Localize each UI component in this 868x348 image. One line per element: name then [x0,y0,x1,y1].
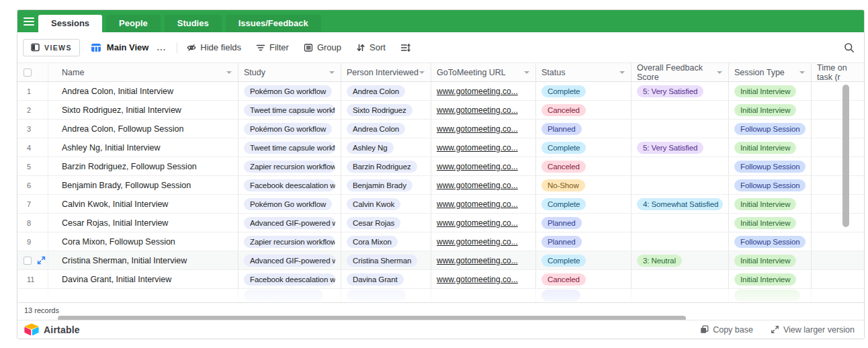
column-header-session-type[interactable]: Session Type [729,63,812,81]
person-interviewed-cell[interactable]: Andrea Colon [341,82,431,100]
gotomeeting-link[interactable]: www.gotomeeting.co... [437,200,518,209]
time-on-task-cell[interactable] [812,251,864,269]
study-cell[interactable]: Tweet time capsule workflow [238,138,341,157]
overall-feedback-score-cell[interactable] [632,101,729,119]
row-gutter-cell[interactable]: 7 [17,195,48,213]
study-cell[interactable]: Zapier recursion workflow [238,157,341,175]
name-cell[interactable]: Davina Grant, Initial Interview [48,270,238,288]
overall-feedback-score-cell[interactable] [632,120,729,138]
gotomeeting-link[interactable]: www.gotomeeting.co... [437,124,518,134]
row-height-button[interactable] [400,43,410,52]
view-more-button[interactable]: ... [157,42,166,52]
overall-feedback-score-cell[interactable] [632,289,729,302]
tab-sessions[interactable]: Sessions [38,15,102,32]
chevron-down-icon[interactable] [799,71,805,74]
status-cell[interactable]: Canceled [536,270,632,288]
time-on-task-cell[interactable] [812,101,864,119]
column-header-overall-feedback-score[interactable]: Overall Feedback Score [632,63,729,81]
person-interviewed-cell[interactable]: Andrea Colon [341,120,431,138]
status-cell[interactable]: Planned [536,232,632,251]
person-interviewed-cell[interactable]: Sixto Rodriguez [341,101,431,119]
time-on-task-cell[interactable] [812,195,864,213]
column-header-gotomeeting-url[interactable]: GoToMeeting URL [431,63,536,81]
name-cell[interactable]: Cora Mixon, Followup Session [48,232,238,251]
status-cell[interactable]: Complete [536,195,632,213]
status-cell[interactable]: Canceled [536,101,632,119]
gotomeeting-url-cell[interactable]: www.gotomeeting.co... [431,270,536,288]
session-type-cell[interactable]: Initial Interview [729,214,812,232]
row-gutter-cell[interactable]: 3 [17,120,48,138]
time-on-task-cell[interactable] [812,214,864,232]
chevron-down-icon[interactable] [329,71,335,74]
session-type-cell[interactable]: Followup Session [729,232,812,251]
status-cell[interactable]: Canceled [536,157,632,175]
person-interviewed-cell[interactable]: Cristina Sherman [341,251,431,269]
view-larger-button[interactable]: View larger version [771,325,855,335]
column-header-person-interviewed[interactable]: Person Interviewed [341,63,431,81]
view-switcher[interactable]: Main View ... [91,42,166,53]
status-cell[interactable]: Planned [536,214,632,232]
study-cell[interactable]: Facebook deescalation workflow [238,176,341,194]
copy-base-button[interactable]: Copy base [700,325,753,335]
row-gutter-cell[interactable]: 2 [17,101,48,119]
chevron-down-icon[interactable] [524,71,529,74]
person-interviewed-cell[interactable]: Ashley Ng [341,138,431,157]
status-cell[interactable]: Planned [536,120,632,138]
gotomeeting-link[interactable]: www.gotomeeting.co... [437,162,518,171]
column-header-status[interactable]: Status [536,63,632,81]
time-on-task-cell[interactable] [812,120,864,138]
session-type-cell[interactable]: Followup Session [729,157,812,175]
overall-feedback-score-cell[interactable]: 3: Neutral [632,251,729,269]
person-interviewed-cell[interactable]: Davina Grant [341,270,431,288]
name-cell[interactable]: Calvin Kwok, Initial Interview [48,195,238,213]
gotomeeting-link[interactable]: www.gotomeeting.co... [437,256,518,265]
row-gutter-cell[interactable] [17,289,48,302]
row-checkbox[interactable] [24,257,32,265]
views-button[interactable]: VIEWS [23,39,80,56]
name-cell[interactable]: Sixto Rodriguez, Initial Interview [48,101,238,119]
study-cell[interactable]: Advanced GIF-powered workflows [238,251,341,269]
status-cell[interactable]: No-Show [536,176,632,194]
tab-people[interactable]: People [106,15,161,32]
row-gutter-cell[interactable]: 5 [17,157,48,175]
study-cell[interactable]: Pokémon Go workflow [238,120,341,138]
gotomeeting-link[interactable]: www.gotomeeting.co... [437,87,518,96]
select-all-checkbox[interactable] [24,69,32,77]
study-cell[interactable]: Pokémon Go workflow [238,195,341,213]
gotomeeting-url-cell[interactable]: www.gotomeeting.co... [431,195,536,213]
gotomeeting-url-cell[interactable]: www.gotomeeting.co... [431,214,536,232]
column-header-time-on-task[interactable]: Time on task (r [812,63,864,81]
person-interviewed-cell[interactable]: Benjamin Brady [341,176,431,194]
gotomeeting-link[interactable]: www.gotomeeting.co... [437,181,518,190]
row-gutter-cell[interactable]: 4 [17,138,48,157]
overall-feedback-score-cell[interactable] [632,270,729,288]
session-type-cell[interactable]: Initial Interview [729,82,812,100]
study-cell[interactable]: Facebook deescalation workflow [238,270,341,288]
chevron-down-icon[interactable] [619,71,625,74]
time-on-task-cell[interactable] [812,82,864,100]
gotomeeting-url-cell[interactable]: www.gotomeeting.co... [431,251,536,269]
name-cell[interactable]: Ashley Ng, Initial Interview [48,138,238,157]
overall-feedback-score-cell[interactable] [632,214,729,232]
name-cell[interactable]: Barzin Rodriguez, Followup Session [48,157,238,175]
group-button[interactable]: Group [304,42,341,52]
person-interviewed-cell[interactable]: Calvin Kwok [341,195,431,213]
gotomeeting-url-cell[interactable]: www.gotomeeting.co... [431,138,536,157]
time-on-task-cell[interactable] [812,138,864,157]
airtable-brand-link[interactable]: Airtable [24,323,80,336]
person-interviewed-cell[interactable] [341,289,431,302]
row-gutter-cell[interactable]: 1 [17,82,48,100]
session-type-cell[interactable]: Initial Interview [729,195,812,213]
gotomeeting-url-cell[interactable]: www.gotomeeting.co... [431,157,536,175]
search-icon[interactable] [844,42,855,53]
study-cell[interactable]: Tweet time capsule workflow [238,101,341,119]
overall-feedback-score-cell[interactable]: 4: Somewhat Satisfied [632,195,729,213]
name-cell[interactable]: Andrea Colon, Initial Interview [48,82,238,100]
menu-icon[interactable] [24,17,34,26]
name-cell[interactable]: Andrea Colon, Followup Session [48,120,238,138]
status-cell[interactable]: Complete [536,138,632,157]
gotomeeting-url-cell[interactable]: www.gotomeeting.co... [431,82,536,100]
tab-studies[interactable]: Studies [165,15,222,32]
chevron-down-icon[interactable] [717,71,722,74]
name-cell[interactable] [48,289,238,302]
